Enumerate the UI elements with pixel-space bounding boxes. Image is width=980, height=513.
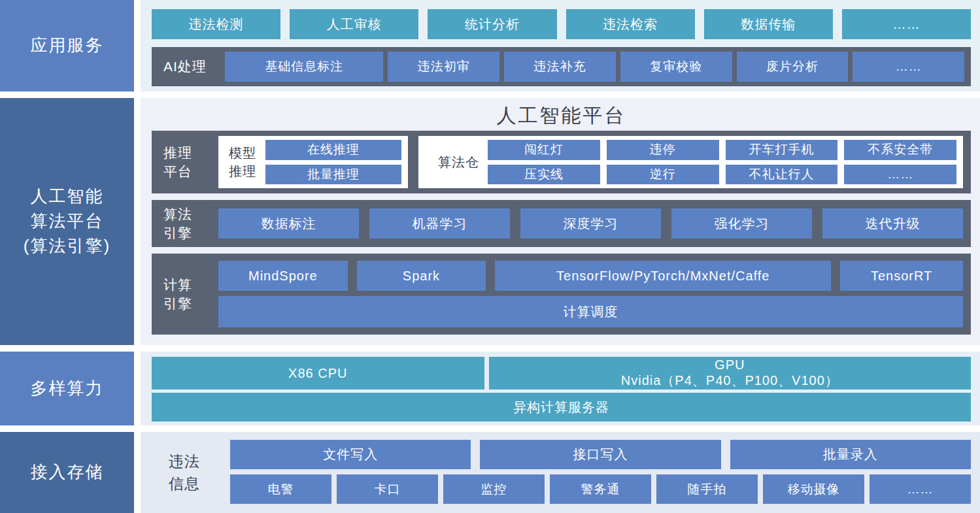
side-label-text: 接入存储: [31, 460, 104, 485]
algorithm-chip: 压实线: [488, 165, 600, 185]
write-modes-row: 文件写入 接口写入 批量录入: [230, 440, 971, 469]
panel-ai-platform: 人工智能平台 推理 平台 模型 推理 在线推理 批量推理: [141, 98, 980, 345]
source-chip: 警务通: [550, 474, 651, 504]
engine-chip: 数据标注: [218, 208, 359, 239]
side-label-app-services: 应用服务: [0, 0, 134, 91]
heterogeneous-server-bar: 异构计算服务器: [152, 393, 971, 422]
algo-engine-label: 算法 引擎: [152, 205, 218, 243]
algorithm-chip: 逆行: [607, 165, 719, 185]
compute-chip: TensorRT: [840, 261, 963, 291]
ai-process-chip: 复审校验: [620, 52, 732, 82]
side-label-text: 多样算力: [31, 376, 104, 401]
cpu-chip: X86 CPU: [152, 357, 484, 389]
ai-platform-title: 人工智能平台: [152, 101, 971, 131]
model-inference-label: 模型 推理: [225, 144, 265, 180]
ai-process-chips: 基础信息标注 违法初审 违法补充 复审校验 废片分析 ……: [225, 52, 964, 82]
ai-process-bar: AI处理 基础信息标注 违法初审 违法补充 复审校验 废片分析 ……: [152, 47, 971, 86]
algo-engine-chips: 数据标注 机器学习 深度学习 强化学习 迭代升级: [218, 208, 963, 239]
algorithm-chip: 违停: [607, 140, 719, 160]
compute-chip: MindSpore: [218, 261, 348, 291]
app-service-chip: 违法检测: [152, 9, 280, 39]
source-chip: 卡口: [337, 474, 438, 504]
compute-scheduler-chip: 计算调度: [218, 296, 963, 327]
model-inference-box: 模型 推理 在线推理 批量推理: [218, 136, 408, 188]
inference-chip: 在线推理: [265, 140, 401, 160]
algorithm-store-box: 算法仓 闯红灯 违停 开车打手机 不系安全带 压实线 逆行 不礼让行人 ……: [418, 136, 963, 188]
compute-engine-bar: 计算 引擎 MindSpore Spark TensorFlow/PyTorch…: [152, 254, 971, 335]
app-service-chip: ……: [842, 9, 971, 39]
inference-platform-label: 推理 平台: [152, 143, 218, 182]
band-access-storage: 接入存储 违法 信息 文件写入 接口写入 批量录入 电警 卡口 监控 警务通 随…: [0, 432, 980, 513]
side-label-access-storage: 接入存储: [0, 432, 134, 513]
ai-process-chip: 废片分析: [737, 52, 849, 82]
source-chip: 电警: [230, 474, 331, 504]
ai-process-chip: ……: [853, 52, 964, 82]
inference-platform-bar: 推理 平台 模型 推理 在线推理 批量推理 算法仓: [152, 131, 971, 193]
app-service-chip: 数据传输: [704, 9, 833, 39]
side-label-computing-power: 多样算力: [0, 352, 134, 425]
app-services-row: 违法检测 人工审核 统计分析 违法检索 数据传输 ……: [152, 9, 971, 39]
app-service-chip: 违法检索: [566, 9, 695, 39]
side-label-line: (算法引擎): [24, 234, 110, 259]
algorithm-chip: 闯红灯: [488, 140, 600, 160]
compute-chip: Spark: [357, 261, 486, 291]
compute-engine-chips: MindSpore Spark TensorFlow/PyTorch/MxNet…: [218, 261, 963, 327]
side-label-line: 算法平台: [31, 209, 104, 234]
side-label-text: 应用服务: [31, 33, 104, 58]
algorithm-chip: 不系安全带: [844, 140, 956, 160]
source-chip: 监控: [443, 474, 545, 504]
gpu-chip: GPU Nvidia（P4、P40、P100、V100）: [489, 357, 971, 389]
architecture-diagram: 应用服务 违法检测 人工审核 统计分析 违法检索 数据传输 …… AI处理 基础…: [0, 0, 980, 513]
write-mode-chip: 接口写入: [480, 440, 720, 469]
engine-chip: 机器学习: [369, 208, 510, 239]
app-service-chip: 统计分析: [428, 9, 556, 39]
algorithm-chip: 不礼让行人: [726, 165, 838, 185]
write-mode-chip: 文件写入: [230, 440, 471, 469]
app-service-chip: 人工审核: [290, 9, 418, 39]
hardware-row: X86 CPU GPU Nvidia（P4、P40、P100、V100）: [152, 357, 971, 389]
band-computing-power: 多样算力 X86 CPU GPU Nvidia（P4、P40、P100、V100…: [0, 352, 980, 425]
algorithm-store-grid: 闯红灯 违停 开车打手机 不系安全带 压实线 逆行 不礼让行人 ……: [488, 140, 956, 184]
panel-app-services: 违法检测 人工审核 统计分析 违法检索 数据传输 …… AI处理 基础信息标注 …: [141, 0, 980, 91]
compute-chip: TensorFlow/PyTorch/MxNet/Caffe: [495, 261, 831, 291]
ai-process-bar-label: AI处理: [152, 57, 225, 76]
ai-process-chip: 违法初审: [388, 52, 499, 82]
violation-info-label: 违法 信息: [152, 440, 230, 505]
panel-computing-power: X86 CPU GPU Nvidia（P4、P40、P100、V100） 异构计…: [141, 352, 980, 425]
ai-process-chip: 基础信息标注: [225, 52, 383, 82]
side-label-line: 人工智能: [31, 184, 104, 209]
ai-process-chip: 违法补充: [504, 52, 616, 82]
source-chip: 随手拍: [656, 474, 758, 504]
algorithm-chip: ……: [844, 165, 956, 185]
panel-access-storage: 违法 信息 文件写入 接口写入 批量录入 电警 卡口 监控 警务通 随手拍 移动…: [141, 432, 980, 513]
source-chip: ……: [870, 474, 971, 504]
engine-chip: 强化学习: [671, 208, 812, 239]
source-chip: 移动摄像: [763, 474, 864, 504]
algorithm-chip: 开车打手机: [726, 140, 838, 160]
engine-chip: 深度学习: [520, 208, 661, 239]
storage-chips: 文件写入 接口写入 批量录入 电警 卡口 监控 警务通 随手拍 移动摄像 ……: [230, 440, 971, 505]
engine-chip: 迭代升级: [822, 208, 963, 239]
inference-chip: 批量推理: [265, 165, 401, 185]
sources-row: 电警 卡口 监控 警务通 随手拍 移动摄像 ……: [230, 474, 971, 504]
algorithm-store-label: 算法仓: [425, 153, 488, 171]
band-ai-platform: 人工智能 算法平台 (算法引擎) 人工智能平台 推理 平台 模型 推理 在线推理: [0, 98, 980, 345]
algo-engine-bar: 算法 引擎 数据标注 机器学习 深度学习 强化学习 迭代升级: [152, 200, 971, 247]
model-inference-chips: 在线推理 批量推理: [265, 140, 401, 184]
compute-engine-label: 计算 引擎: [152, 275, 218, 314]
band-app-services: 应用服务 违法检测 人工审核 统计分析 违法检索 数据传输 …… AI处理 基础…: [0, 0, 980, 91]
side-label-ai-platform: 人工智能 算法平台 (算法引擎): [0, 98, 134, 345]
write-mode-chip: 批量录入: [730, 440, 971, 469]
